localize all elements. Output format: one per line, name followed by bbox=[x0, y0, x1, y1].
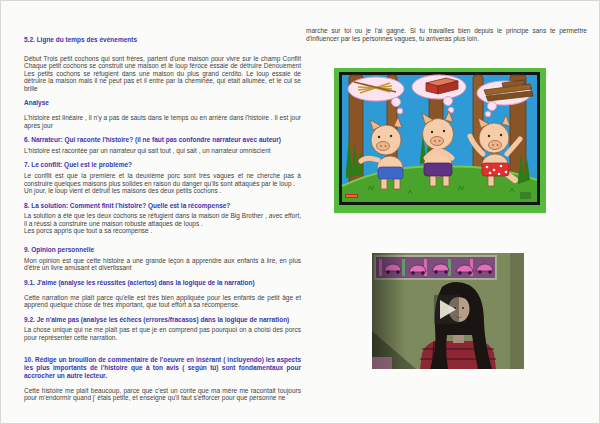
section-heading: 9. Opinion personnelle bbox=[24, 246, 301, 254]
section-body: Le conflit est que la première et la deu… bbox=[24, 172, 301, 195]
video-thumbnail[interactable] bbox=[372, 253, 524, 369]
section-heading: 6. Narrateur: Qui raconte l'histoire? (i… bbox=[24, 136, 301, 144]
section-heading: 9.1. J'aime (analyse les réussites (acie… bbox=[24, 279, 301, 287]
section-heading: Analyse bbox=[24, 99, 301, 107]
section-jenaimepas: 9.2. Je n'aime pas (analyse les échecs (… bbox=[24, 316, 301, 342]
section-brouillon: 10. Rédige un brouillon de commentaire d… bbox=[24, 356, 301, 401]
section-body: La solution a été que les deux cochons s… bbox=[24, 212, 301, 235]
section-solution: 8. La solution: Comment finit l'histoire… bbox=[24, 202, 301, 235]
section-body: L'histoire est racontée par un narrateur… bbox=[24, 147, 301, 155]
section-timeline: 5.2. Ligne du temps des événements Début… bbox=[24, 36, 301, 92]
section-heading: 5.2. Ligne du temps des événements bbox=[24, 36, 301, 44]
document-spread: 5.2. Ligne du temps des événements Début… bbox=[0, 0, 600, 424]
section-opinion: 9. Opinion personnelle Mon opinion est q… bbox=[24, 246, 301, 272]
artist-mark bbox=[520, 192, 531, 199]
section-heading: 9.2. Je n'aime pas (analyse les échecs (… bbox=[24, 316, 301, 324]
play-icon[interactable] bbox=[434, 295, 459, 324]
three-pigs-illustration bbox=[334, 68, 546, 213]
section-heading: 10. Rédige un brouillon de commentaire d… bbox=[24, 356, 301, 379]
section-body: Début Trois petit cochons qui sont frère… bbox=[24, 55, 301, 93]
section-body: L'histoire est linéaire , il n'y a pas d… bbox=[24, 114, 301, 129]
section-body: La chose unique qui ne me plaît pas et q… bbox=[24, 326, 301, 341]
section-heading: 7. Le conflit: Quel est le problème? bbox=[24, 161, 301, 169]
page-left: 5.2. Ligne du temps des événements Début… bbox=[24, 31, 301, 402]
section-body: Mon opinion est que cette histoire a une… bbox=[24, 257, 301, 272]
pink-object bbox=[372, 357, 392, 369]
section-body: Cette histoire me plaît beaucoup, parce … bbox=[24, 387, 301, 402]
section-body: Cette narration me plaît parce qu'elle e… bbox=[24, 294, 301, 309]
continuation-paragraph: marche sur toi ou je l'ai gagné. Si tu t… bbox=[306, 27, 587, 42]
section-analyse: Analyse L'histoire est linéaire , il n'y… bbox=[24, 99, 301, 129]
section-jaime: 9.1. J'aime (analyse les réussites (acie… bbox=[24, 279, 301, 309]
section-narrateur: 6. Narrateur: Qui raconte l'histoire? (i… bbox=[24, 136, 301, 154]
section-heading: 8. La solution: Comment finit l'histoire… bbox=[24, 202, 301, 210]
page-right: marche sur toi ou je l'ai gagné. Si tu t… bbox=[306, 27, 587, 369]
section-conflit: 7. Le conflit: Quel est le problème? Le … bbox=[24, 161, 301, 194]
